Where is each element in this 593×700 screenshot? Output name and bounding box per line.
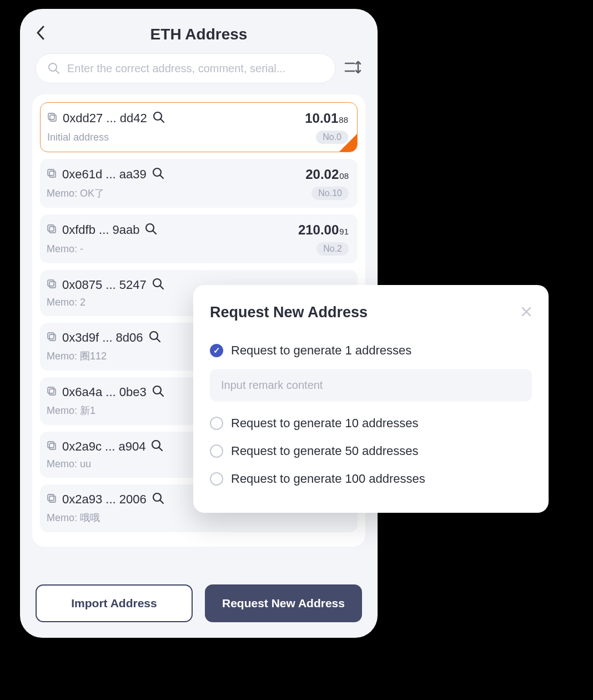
svg-rect-5 [48, 113, 54, 119]
address-row-main: 0xfdfb ... 9aab210.0091 [47, 222, 349, 238]
radio-icon[interactable] [210, 472, 223, 486]
header: ETH Address [20, 9, 378, 53]
svg-rect-21 [48, 333, 54, 339]
page-title: ETH Address [36, 26, 362, 43]
search-input[interactable] [67, 62, 324, 75]
address-row-main: 0xdd27 ... dd4210.0188 [47, 111, 348, 126]
copy-icon[interactable] [47, 168, 57, 181]
bottom-bar: Import Address Request New Address [36, 584, 362, 622]
memo-text: Memo: - [47, 243, 83, 255]
address-text: 0x0875 ... 5247 [62, 278, 147, 292]
memo-text: Memo: 2 [47, 297, 86, 308]
modal-title: Request New Address [210, 304, 521, 321]
svg-rect-25 [48, 387, 54, 393]
memo-text: Memo: 新1 [47, 404, 96, 417]
svg-rect-32 [49, 496, 56, 502]
address-text: 0xe61d ... aa39 [62, 167, 147, 182]
svg-line-35 [160, 500, 163, 503]
memo-text: Memo: 圈112 [47, 349, 107, 363]
generate-option[interactable]: Request to generate 50 addresses [210, 437, 532, 465]
modal-close-button[interactable] [521, 305, 532, 321]
svg-rect-20 [49, 334, 56, 341]
svg-rect-29 [48, 442, 54, 448]
sort-button[interactable] [344, 59, 362, 77]
lookup-icon[interactable] [152, 278, 164, 292]
copy-icon[interactable] [47, 224, 57, 236]
balance-value: 210.0091 [298, 222, 349, 238]
request-new-address-button[interactable]: Request New Address [205, 584, 362, 622]
svg-line-11 [160, 175, 163, 178]
copy-icon[interactable] [47, 112, 57, 124]
svg-rect-33 [48, 494, 54, 501]
address-text: 0x3d9f ... 8d06 [62, 331, 143, 345]
search-box[interactable] [36, 53, 335, 83]
svg-rect-4 [50, 115, 56, 121]
address-row-sub: Memo: 哦哦 [47, 511, 349, 524]
svg-line-7 [160, 119, 164, 122]
svg-line-31 [159, 447, 162, 451]
svg-line-19 [160, 286, 163, 289]
address-card[interactable]: 0xfdfb ... 9aab210.0091Memo: -No.2 [40, 214, 358, 263]
copy-icon[interactable] [47, 386, 57, 398]
modal-header: Request New Address [210, 304, 532, 321]
memo-text: Memo: OK了 [47, 187, 104, 200]
radio-checked-icon[interactable] [210, 344, 223, 357]
balance-value: 10.0188 [305, 111, 348, 126]
index-badge: No.10 [311, 187, 349, 200]
svg-rect-12 [49, 227, 56, 233]
close-icon [521, 306, 532, 317]
generate-option[interactable]: Request to generate 1 addresses [210, 337, 532, 364]
generate-option[interactable]: Request to generate 100 addresses [210, 465, 532, 493]
address-row-main: 0xe61d ... aa3920.0208 [47, 167, 349, 182]
copy-icon[interactable] [47, 441, 57, 453]
lookup-icon[interactable] [152, 167, 164, 182]
index-badge: No.0 [316, 131, 348, 144]
option-label: Request to generate 1 addresses [231, 343, 411, 358]
address-row-sub: Initial addressNo.0 [47, 131, 348, 144]
modal-options: Request to generate 1 addressesRequest t… [210, 337, 532, 493]
lookup-icon[interactable] [149, 331, 161, 345]
index-badge: No.2 [316, 242, 349, 256]
memo-text: Memo: uu [47, 458, 91, 470]
import-address-button[interactable]: Import Address [36, 584, 193, 622]
lookup-icon[interactable] [152, 492, 164, 507]
svg-rect-28 [49, 443, 56, 449]
svg-rect-24 [49, 389, 56, 395]
address-text: 0xfdfb ... 9aab [62, 223, 139, 237]
balance-value: 20.0208 [305, 167, 349, 182]
request-new-address-modal: Request New Address Request to generate … [193, 285, 549, 513]
lookup-icon[interactable] [145, 223, 157, 237]
address-text: 0x2a93 ... 2006 [62, 492, 147, 507]
svg-rect-17 [48, 280, 54, 286]
address-text: 0x6a4a ... 0be3 [62, 385, 147, 399]
lookup-icon[interactable] [153, 111, 165, 126]
address-card[interactable]: 0xdd27 ... dd4210.0188Initial addressNo.… [40, 102, 358, 152]
back-button[interactable] [36, 25, 46, 44]
address-row-sub: Memo: OK了No.10 [47, 187, 349, 200]
svg-line-1 [56, 70, 59, 73]
search-icon [47, 62, 61, 75]
address-text: 0x2a9c ... a904 [62, 439, 145, 454]
option-label: Request to generate 100 addresses [231, 472, 425, 486]
svg-rect-8 [49, 171, 56, 177]
lookup-icon[interactable] [151, 439, 163, 454]
address-card[interactable]: 0xe61d ... aa3920.0208Memo: OK了No.10 [40, 159, 358, 208]
memo-text: Memo: 哦哦 [47, 511, 100, 524]
svg-rect-13 [48, 225, 54, 231]
address-text: 0xdd27 ... dd42 [63, 111, 147, 126]
generate-option[interactable]: Request to generate 10 addresses [210, 409, 532, 437]
radio-icon[interactable] [210, 417, 223, 430]
copy-icon[interactable] [47, 332, 57, 344]
sort-icon [344, 59, 362, 75]
remark-input[interactable] [210, 369, 532, 402]
memo-text: Initial address [47, 132, 109, 143]
copy-icon[interactable] [47, 279, 57, 291]
chevron-left-icon [36, 25, 46, 41]
svg-line-15 [153, 231, 156, 234]
copy-icon[interactable] [47, 493, 57, 506]
svg-rect-16 [49, 282, 56, 288]
radio-icon[interactable] [210, 444, 223, 458]
lookup-icon[interactable] [152, 385, 164, 399]
search-row [20, 53, 378, 83]
svg-line-27 [160, 393, 163, 396]
